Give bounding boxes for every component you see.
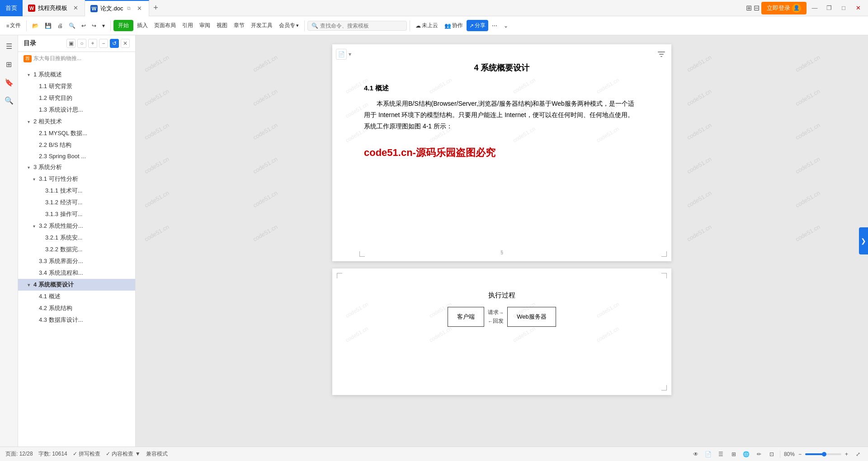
toolbar-more-menu[interactable]: ⋯ — [489, 21, 500, 31]
toc-item-3-2[interactable]: ▾ 3.2 系统性能分... — [18, 220, 135, 232]
toolbar-layout[interactable]: 页面布局 — [151, 20, 179, 31]
toolbar-more[interactable]: ▾ — [99, 21, 108, 31]
focus-icon[interactable]: ⊡ — [767, 450, 776, 459]
toolbar-save[interactable]: 💾 — [42, 21, 54, 31]
toolbar-redo[interactable]: ↪ — [89, 21, 99, 31]
toc-item-2[interactable]: ▾ 2 相关技术 — [18, 116, 135, 127]
zoom-out-btn[interactable]: − — [797, 451, 803, 457]
sidebar-icon-pages[interactable]: ⊞ — [2, 57, 16, 71]
spell-check[interactable]: ✓ 拼写检查 — [73, 450, 100, 458]
devtools-label: 开发工具 — [251, 22, 273, 29]
page-icon-btn[interactable]: 📄 — [336, 49, 347, 60]
expand-spacer — [37, 235, 43, 241]
toc-item-3-4[interactable]: 3.4 系统流程和... — [18, 267, 135, 279]
toolbar-view[interactable]: 视图 — [214, 20, 230, 31]
toc-ctrl-2[interactable]: ○ — [77, 39, 86, 48]
toolbar-insert[interactable]: 插入 — [134, 20, 151, 31]
compat-mode: 兼容模式 — [146, 450, 168, 458]
toolbar-start[interactable]: 开始 — [113, 20, 133, 31]
toc-item-3-1-1[interactable]: 3.1.1 技术可... — [18, 185, 135, 197]
toolbar-ref[interactable]: 引用 — [179, 20, 196, 31]
toolbar-expand[interactable]: ⌄ — [501, 21, 511, 31]
list-view-icon[interactable]: ☰ — [717, 450, 726, 459]
sidebar-icon-toc[interactable]: ☰ — [2, 39, 16, 53]
login-button[interactable]: 立即登录 👤 — [761, 2, 807, 14]
layout-view-icon[interactable]: ⊞ — [746, 4, 752, 12]
sidebar-icon-search[interactable]: 🔍 — [2, 93, 16, 108]
search-input[interactable] — [320, 23, 403, 29]
toc-item-3[interactable]: ▾ 3 系统分析 — [18, 161, 135, 173]
win-minimize-button[interactable]: — — [808, 2, 821, 14]
toc-item-1-2[interactable]: 1.2 研究目的 — [18, 92, 135, 104]
toc-ctrl-4[interactable]: − — [99, 39, 108, 48]
toc-item-1-3[interactable]: 1.3 系统设计思... — [18, 104, 135, 116]
web-view-icon[interactable]: 🌐 — [742, 450, 751, 459]
content-check[interactable]: ✓ 内容检查 ▼ — [106, 450, 141, 458]
toc-item-1[interactable]: ▾ 1 系统概述 — [18, 69, 135, 80]
toolbar-member[interactable]: 会员专 ▾ — [276, 20, 302, 31]
toolbar-cloud[interactable]: ☁ 未上云 — [413, 20, 441, 31]
toc-item-3-2-1[interactable]: 3.2.1 系统安... — [18, 232, 135, 244]
toc-ctrl-1[interactable]: ▣ — [66, 39, 75, 48]
page-gap — [145, 265, 859, 268]
grid-view-icon[interactable]: ⊟ — [754, 4, 760, 12]
toolbar-preview[interactable]: 🔍 — [66, 21, 78, 31]
win-restore-button[interactable]: ❐ — [823, 2, 835, 14]
toc-rotate-btn[interactable]: ↺ — [110, 39, 119, 48]
toc-item-3-1-3[interactable]: 3.1.3 操作可... — [18, 208, 135, 220]
tab-home[interactable]: 首页 — [0, 0, 23, 16]
toc-label-2-3: 2.3 Spring Boot ... — [39, 153, 86, 160]
doc-view-icon[interactable]: 📄 — [704, 450, 713, 459]
toc-close[interactable]: ✕ — [121, 39, 130, 48]
toolbar-share[interactable]: ↗ 分享 — [467, 20, 488, 31]
toolbar-divider-1 — [26, 20, 27, 31]
toc-item-2-3[interactable]: 2.3 Spring Boot ... — [18, 151, 135, 161]
tab-doc[interactable]: W 论文.doc ⧉ ✕ — [85, 0, 149, 16]
toolbar-review[interactable]: 审阅 — [197, 20, 213, 31]
toc-item-3-3[interactable]: 3.3 系统界面分... — [18, 255, 135, 267]
zoom-slider-thumb[interactable] — [822, 452, 826, 456]
right-panel-toggle[interactable]: ❯ — [859, 227, 868, 254]
toolbar-file[interactable]: ≡ 文件 — [4, 20, 24, 31]
toc-item-3-1[interactable]: ▾ 3.1 可行性分析 — [18, 173, 135, 185]
doc-area[interactable]: code51.cn code51.cn code51.cn code51.cn … — [136, 35, 868, 447]
tab-doc-restore[interactable]: ⧉ — [127, 5, 131, 11]
toc-item-4[interactable]: ▾ 4 系统概要设计 — [18, 279, 135, 291]
toc-recommend-bar[interactable]: 荐 东大每日推购物推... — [18, 52, 135, 65]
win-maximize-button[interactable]: □ — [837, 2, 850, 14]
toolbar-chapter[interactable]: 章节 — [231, 20, 247, 31]
toc-label-2-1: 2.1 MYSQL 数据... — [39, 129, 87, 137]
win-close-button[interactable]: ✕ — [852, 2, 864, 14]
split-view-icon[interactable]: ⊞ — [729, 450, 738, 459]
expand-spacer — [31, 130, 37, 136]
toc-ctrl-3[interactable]: + — [88, 39, 97, 48]
toc-item-3-2-2[interactable]: 3.2.2 数据完... — [18, 244, 135, 255]
toolbar-open[interactable]: 📂 — [29, 21, 42, 31]
toc-item-1-1[interactable]: 1.1 研究背景 — [18, 80, 135, 92]
start-label: 开始 — [118, 22, 129, 29]
eye-icon[interactable]: 👁 — [691, 450, 700, 459]
toc-item-2-1[interactable]: 2.1 MYSQL 数据... — [18, 127, 135, 139]
tab-add-button[interactable]: + — [149, 0, 163, 16]
tab-wps[interactable]: W 找程亮模板 ✕ — [23, 0, 85, 16]
search-box[interactable]: 🔍 — [307, 21, 407, 31]
edit-icon[interactable]: ✏ — [755, 450, 764, 459]
filter-icon[interactable] — [656, 49, 667, 60]
tab-doc-close[interactable]: ✕ — [136, 5, 143, 12]
toolbar-devtools[interactable]: 开发工具 — [248, 20, 275, 31]
process-title: 执行过程 — [488, 291, 515, 300]
toolbar-print[interactable]: 🖨 — [55, 21, 66, 31]
toc-item-4-3[interactable]: 4.3 数据库设计... — [18, 314, 135, 326]
toolbar-collab[interactable]: 👥 协作 — [442, 20, 466, 31]
tab-wps-close[interactable]: ✕ — [72, 5, 79, 12]
sidebar-icon-bookmark[interactable]: 🔖 — [2, 75, 16, 89]
toc-item-4-1[interactable]: 4.1 概述 — [18, 291, 135, 302]
zoom-in-btn[interactable]: + — [843, 451, 850, 457]
toolbar-undo[interactable]: ↩ — [79, 21, 89, 31]
fullscreen-icon[interactable]: ⤢ — [854, 450, 863, 459]
toc-item-4-2[interactable]: 4.2 系统结构 — [18, 302, 135, 314]
zoom-slider[interactable] — [805, 453, 841, 455]
toc-item-3-1-2[interactable]: 3.1.2 经济可... — [18, 197, 135, 208]
toc-item-2-2[interactable]: 2.2 B/S 结构 — [18, 139, 135, 151]
toc-label-4-2: 4.2 系统结构 — [39, 304, 72, 312]
